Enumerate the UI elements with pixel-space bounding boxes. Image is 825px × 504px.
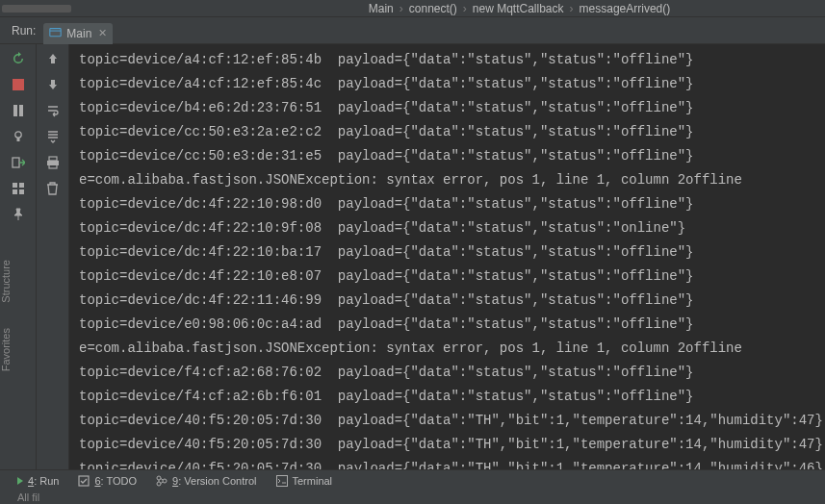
- svg-rect-4: [19, 105, 23, 116]
- terminal-tool-button[interactable]: Terminal: [276, 475, 333, 487]
- chevron-right-icon: ›: [570, 2, 574, 15]
- svg-rect-9: [19, 183, 24, 188]
- application-icon: [49, 27, 62, 39]
- run-icon: [17, 477, 23, 485]
- pause-icon[interactable]: [12, 104, 25, 117]
- console-output[interactable]: topic=device/a4:cf:12:ef:85:4b payload={…: [69, 44, 825, 477]
- horizontal-scrollbar[interactable]: [2, 3, 214, 14]
- run-tool-window-header: Run: Main ✕: [0, 17, 825, 44]
- svg-rect-12: [49, 157, 57, 161]
- breadcrumb-item[interactable]: new MqttCallback: [473, 2, 564, 15]
- soft-wrap-icon[interactable]: [46, 104, 60, 117]
- close-icon[interactable]: ✕: [98, 27, 107, 39]
- run-tab-label: Main: [66, 27, 91, 40]
- editor-top-bar: Main › connect() › new MqttCallback › me…: [0, 0, 825, 17]
- svg-rect-8: [13, 183, 17, 188]
- chevron-right-icon: ›: [463, 2, 467, 15]
- svg-rect-19: [276, 475, 287, 486]
- terminal-icon: [276, 475, 288, 487]
- breadcrumb-item[interactable]: connect(): [409, 2, 457, 15]
- status-text: All fil: [17, 491, 39, 503]
- down-arrow-icon[interactable]: [46, 78, 60, 91]
- exit-icon[interactable]: [12, 156, 25, 169]
- scroll-to-end-icon[interactable]: [46, 130, 60, 143]
- chevron-right-icon: ›: [400, 2, 403, 15]
- structure-tool-button[interactable]: Structure: [0, 260, 12, 303]
- svg-rect-0: [50, 29, 61, 37]
- svg-rect-11: [19, 189, 24, 194]
- run-toolbar-secondary: [37, 44, 69, 477]
- run-config-tab[interactable]: Main ✕: [43, 23, 113, 44]
- scrollbar-thumb[interactable]: [2, 5, 71, 13]
- status-bar: All fil: [0, 491, 825, 504]
- breadcrumb-item[interactable]: messageArrived(): [580, 2, 671, 15]
- dump-threads-icon[interactable]: [12, 130, 25, 143]
- svg-rect-7: [13, 158, 19, 167]
- svg-rect-2: [13, 79, 24, 90]
- rerun-icon[interactable]: [12, 52, 25, 65]
- svg-rect-15: [79, 476, 89, 486]
- run-label: Run:: [0, 24, 43, 38]
- svg-rect-10: [13, 189, 17, 194]
- svg-point-17: [157, 482, 161, 486]
- bottom-tool-stripe: 4: Run 6: TODO 9: Version Control Termin…: [0, 469, 825, 491]
- svg-rect-3: [13, 105, 17, 116]
- trash-icon[interactable]: [46, 182, 60, 195]
- breadcrumb: Main › connect() › new MqttCallback › me…: [214, 2, 825, 15]
- layout-icon[interactable]: [12, 182, 25, 195]
- vcs-tool-button[interactable]: 9: Version Control: [156, 475, 256, 487]
- up-arrow-icon[interactable]: [46, 52, 60, 65]
- stop-icon[interactable]: [12, 78, 25, 91]
- svg-point-16: [157, 476, 161, 480]
- run-tool-button[interactable]: 4: Run: [17, 475, 59, 487]
- svg-point-18: [163, 479, 167, 483]
- left-tool-stripe: Structure Favorites: [0, 260, 12, 371]
- breadcrumb-item[interactable]: Main: [369, 2, 394, 15]
- vcs-icon: [156, 475, 168, 487]
- pin-icon[interactable]: [12, 208, 25, 221]
- favorites-tool-button[interactable]: Favorites: [0, 328, 12, 371]
- svg-point-5: [14, 132, 20, 138]
- todo-tool-button[interactable]: 6: TODO: [78, 475, 137, 487]
- svg-rect-6: [16, 138, 19, 141]
- print-icon[interactable]: [46, 156, 60, 169]
- todo-icon: [78, 475, 90, 487]
